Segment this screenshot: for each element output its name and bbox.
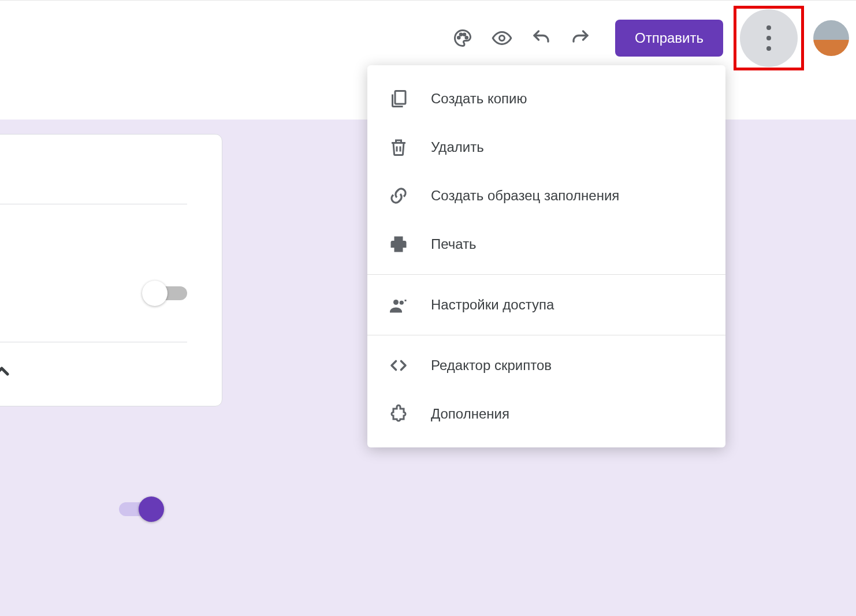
svg-point-7 — [400, 301, 404, 305]
menu-item-label: Удалить — [431, 139, 484, 155]
code-icon — [387, 354, 410, 377]
send-button[interactable]: Отправить — [615, 20, 723, 57]
undo-button[interactable] — [525, 22, 557, 54]
theme-palette-button[interactable] — [446, 22, 479, 54]
trash-icon — [387, 136, 410, 159]
toggle-knob — [139, 496, 164, 522]
menu-item-label: Печать — [431, 236, 477, 252]
more-options-button[interactable] — [740, 9, 798, 67]
svg-rect-5 — [395, 91, 405, 104]
link-icon — [387, 184, 410, 207]
menu-divider — [367, 335, 725, 335]
toggle-knob — [142, 281, 168, 306]
collapse-section-button[interactable] — [0, 342, 187, 383]
menu-item-sharing-settings[interactable]: Настройки доступа — [367, 281, 725, 329]
redo-button[interactable] — [564, 22, 597, 54]
preview-button[interactable] — [486, 22, 518, 54]
toggle-switch-on-wrapper — [119, 502, 162, 516]
settings-card: равка — [0, 134, 222, 406]
menu-item-label: Создать копию — [431, 91, 527, 107]
svg-point-1 — [460, 33, 462, 35]
menu-item-label: Дополнения — [431, 406, 509, 422]
menu-item-script-editor[interactable]: Редактор скриптов — [367, 341, 725, 390]
undo-icon — [531, 28, 552, 48]
extension-icon — [387, 402, 410, 425]
top-toolbar: Отправить — [0, 0, 856, 75]
menu-item-label: Редактор скриптов — [431, 357, 552, 374]
menu-divider — [367, 274, 725, 275]
redo-icon — [570, 28, 591, 48]
svg-point-2 — [463, 33, 466, 35]
people-add-icon — [387, 293, 410, 316]
menu-item-label: Настройки доступа — [431, 297, 554, 313]
menu-item-delete[interactable]: Удалить — [367, 123, 725, 171]
svg-point-4 — [499, 35, 504, 40]
menu-item-make-copy[interactable]: Создать копию — [367, 74, 725, 123]
toggle-switch-off[interactable] — [144, 286, 187, 300]
settings-row: равка — [0, 268, 187, 319]
chevron-up-icon — [0, 360, 13, 383]
menu-item-print[interactable]: Печать — [367, 220, 725, 268]
eye-icon — [492, 28, 512, 48]
menu-item-addons[interactable]: Дополнения — [367, 390, 725, 438]
account-avatar[interactable] — [813, 20, 849, 56]
svg-point-6 — [393, 300, 399, 305]
svg-point-3 — [466, 36, 468, 39]
toggle-switch-on[interactable] — [119, 502, 162, 516]
menu-item-label: Создать образец заполнения — [431, 188, 619, 204]
menu-item-prefilled-link[interactable]: Создать образец заполнения — [367, 171, 725, 220]
more-options-menu: Создать копию Удалить Создать образец за… — [367, 65, 725, 447]
copy-icon — [387, 87, 410, 110]
svg-point-0 — [457, 36, 460, 39]
more-button-highlight — [734, 6, 804, 70]
more-vertical-icon — [766, 23, 771, 54]
print-icon — [387, 233, 410, 256]
palette-icon — [452, 28, 473, 48]
